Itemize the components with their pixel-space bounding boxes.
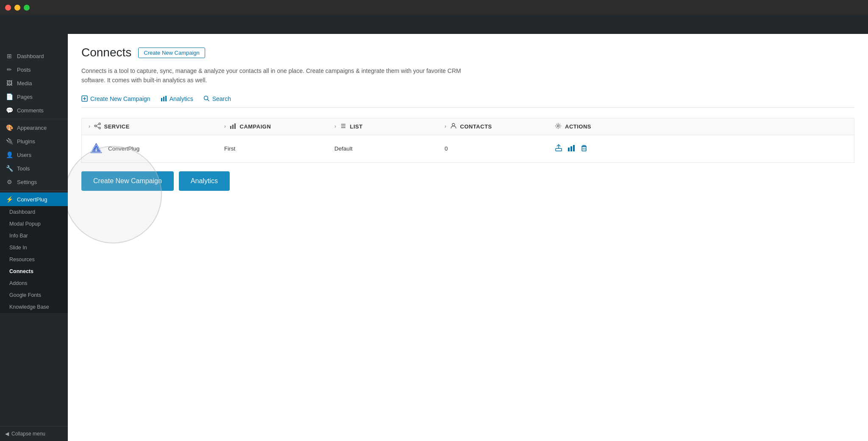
submenu-item-slide-in[interactable]: Slide In bbox=[0, 242, 68, 254]
svg-rect-7 bbox=[165, 96, 167, 101]
svg-rect-31 bbox=[582, 147, 586, 151]
search-icon bbox=[203, 95, 210, 102]
bar-chart-icon bbox=[161, 95, 167, 102]
submenu-item-resources[interactable]: Resources bbox=[0, 254, 68, 265]
comments-icon: 💬 bbox=[5, 107, 14, 114]
convertplug-submenu: Dashboard Modal Popup Info Bar Slide In … bbox=[0, 206, 68, 313]
svg-line-9 bbox=[207, 100, 209, 101]
sidebar-item-appearance[interactable]: 🎨 Appearance bbox=[0, 121, 68, 134]
appearance-icon: 🎨 bbox=[5, 124, 14, 131]
convertplug-logo bbox=[89, 141, 104, 156]
maximize-button[interactable] bbox=[24, 5, 30, 11]
close-button[interactable] bbox=[5, 5, 11, 11]
convertplug-icon: ⚡ bbox=[5, 196, 14, 203]
th-list: › LIST bbox=[334, 123, 445, 131]
media-icon: 🖼 bbox=[5, 80, 14, 87]
main-content: Connects Create New Campaign Connects is… bbox=[68, 15, 868, 441]
content-inner: Connects Create New Campaign Connects is… bbox=[68, 34, 868, 441]
nav-tabs: Create New Campaign Analytics bbox=[81, 95, 854, 108]
th-contacts: › CONTACTS bbox=[445, 123, 555, 131]
svg-rect-5 bbox=[161, 98, 162, 101]
collapse-icon: ◀ bbox=[5, 431, 9, 437]
sidebar-item-plugins[interactable]: 🔌 Plugins bbox=[0, 134, 68, 148]
sidebar: ⊞ Dashboard ✏ Posts 🖼 Media 📄 Pages 💬 Co… bbox=[0, 15, 68, 441]
action-buttons: Create New Campaign Analytics bbox=[81, 171, 854, 191]
tab-create-new-campaign[interactable]: Create New Campaign bbox=[81, 95, 150, 102]
sidebar-item-media[interactable]: 🖼 Media bbox=[0, 76, 68, 90]
plus-icon bbox=[81, 95, 88, 102]
list-cell: Default bbox=[334, 145, 445, 152]
chevron-right-icon-4: › bbox=[445, 123, 447, 129]
svg-rect-6 bbox=[163, 97, 164, 101]
service-cell: ConvertPlug bbox=[89, 141, 224, 156]
svg-rect-17 bbox=[234, 123, 236, 129]
settings-icon: ⚙ bbox=[5, 179, 14, 185]
collapse-menu-button[interactable]: ◀ Collapse menu bbox=[0, 426, 68, 441]
campaign-bar-icon bbox=[230, 123, 236, 131]
user-icon bbox=[450, 123, 457, 131]
dashboard-icon: ⊞ bbox=[5, 53, 14, 59]
action-section: Create New Campaign Analytics bbox=[81, 171, 854, 191]
analytics-row-icon[interactable] bbox=[568, 144, 575, 154]
tab-analytics[interactable]: Analytics bbox=[161, 95, 193, 102]
posts-icon: ✏ bbox=[5, 66, 14, 73]
th-service: › SERVICE bbox=[89, 123, 224, 131]
sidebar-divider-2 bbox=[0, 190, 68, 191]
submenu-item-modal-popup[interactable]: Modal Popup bbox=[0, 218, 68, 230]
list-icon bbox=[340, 123, 347, 131]
sidebar-item-convertplug[interactable]: ⚡ ConvertPlug bbox=[0, 193, 68, 206]
wp-admin-bar: W bbox=[0, 15, 868, 34]
plugins-icon: 🔌 bbox=[5, 138, 14, 145]
th-campaign: › CAMPAIGN bbox=[224, 123, 334, 131]
submenu-item-knowledge-base[interactable]: Knowledge Base bbox=[0, 301, 68, 313]
page-title: Connects bbox=[81, 46, 131, 59]
chevron-right-icon-3: › bbox=[334, 123, 337, 129]
svg-point-22 bbox=[557, 125, 559, 127]
sidebar-item-posts[interactable]: ✏ Posts bbox=[0, 63, 68, 76]
create-campaign-header-button[interactable]: Create New Campaign bbox=[138, 47, 205, 58]
sidebar-item-users[interactable]: 👤 Users bbox=[0, 148, 68, 162]
sidebar-divider-1 bbox=[0, 119, 68, 119]
sidebar-item-dashboard[interactable]: ⊞ Dashboard bbox=[0, 49, 68, 63]
users-icon: 👤 bbox=[5, 151, 14, 158]
actions-cell bbox=[555, 144, 847, 154]
svg-rect-28 bbox=[568, 148, 570, 151]
table-body: ConvertPlug First Default 0 bbox=[81, 135, 854, 163]
sidebar-item-pages[interactable]: 📄 Pages bbox=[0, 90, 68, 103]
sidebar-item-settings[interactable]: ⚙ Settings bbox=[0, 175, 68, 189]
svg-rect-29 bbox=[570, 146, 572, 151]
export-icon[interactable] bbox=[555, 144, 562, 154]
share-icon bbox=[94, 123, 101, 131]
page-header: Connects Create New Campaign bbox=[81, 46, 854, 59]
sidebar-item-tools[interactable]: 🔧 Tools bbox=[0, 162, 68, 175]
svg-point-21 bbox=[452, 123, 455, 126]
svg-rect-30 bbox=[573, 145, 575, 151]
minimize-button[interactable] bbox=[14, 5, 20, 11]
pages-icon: 📄 bbox=[5, 93, 14, 100]
submenu-item-dashboard[interactable]: Dashboard bbox=[0, 206, 68, 218]
svg-rect-16 bbox=[232, 125, 234, 129]
sidebar-item-comments[interactable]: 💬 Comments bbox=[0, 103, 68, 117]
svg-line-14 bbox=[96, 126, 99, 128]
tab-search[interactable]: Search bbox=[203, 95, 231, 102]
delete-icon[interactable] bbox=[580, 144, 588, 154]
table-row: ConvertPlug First Default 0 bbox=[82, 135, 854, 162]
svg-rect-15 bbox=[230, 126, 231, 129]
title-bar bbox=[0, 0, 868, 15]
svg-point-10 bbox=[99, 123, 100, 125]
svg-rect-26 bbox=[556, 148, 562, 151]
chevron-right-icon-2: › bbox=[224, 123, 226, 129]
submenu-item-connects[interactable]: Connects bbox=[0, 265, 68, 277]
submenu-item-info-bar[interactable]: Info Bar bbox=[0, 230, 68, 242]
svg-point-8 bbox=[204, 96, 208, 100]
submenu-item-google-fonts[interactable]: Google Fonts bbox=[0, 289, 68, 301]
submenu-item-addons[interactable]: Addons bbox=[0, 277, 68, 289]
chevron-right-icon: › bbox=[89, 123, 91, 129]
analytics-button[interactable]: Analytics bbox=[179, 171, 230, 191]
svg-line-13 bbox=[96, 124, 99, 126]
create-campaign-button[interactable]: Create New Campaign bbox=[81, 171, 174, 191]
campaign-cell: First bbox=[224, 145, 334, 152]
tools-icon: 🔧 bbox=[5, 165, 14, 172]
table-header: › SERVICE › bbox=[81, 118, 854, 135]
gear-icon bbox=[555, 123, 562, 131]
